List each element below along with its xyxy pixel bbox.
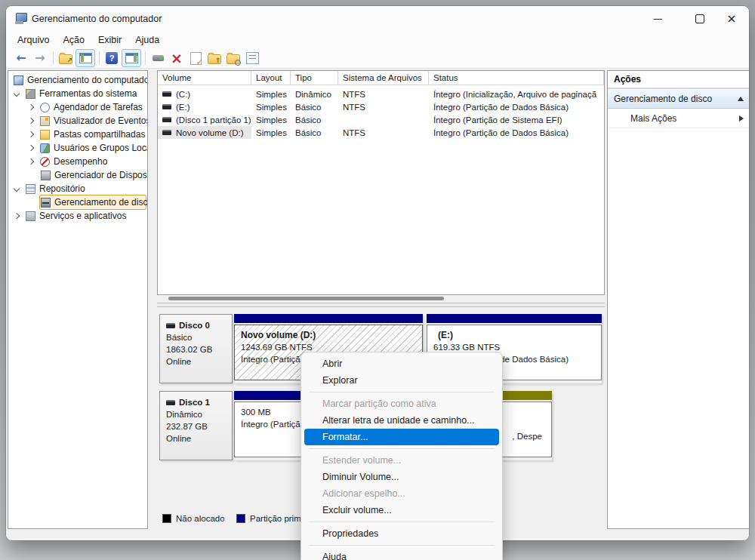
partition-title: Novo volume (D:) <box>241 329 422 341</box>
chevron-down-icon[interactable] <box>14 91 20 97</box>
delete-icon: × <box>171 51 183 66</box>
chevron-right-icon[interactable] <box>28 131 34 137</box>
tree-item-label: Ferramentas do sistema <box>39 88 137 99</box>
column-header-status[interactable]: Status <box>429 71 604 85</box>
menu-item-abrir[interactable]: Abrir <box>301 355 502 372</box>
properties-check-icon <box>190 52 202 65</box>
tools-icon <box>26 89 35 99</box>
menu-item-diminuir-volume[interactable]: Diminuir Volume... <box>301 469 502 485</box>
show-action-pane-button[interactable] <box>122 49 141 67</box>
delete-button[interactable]: × <box>168 50 186 66</box>
cell-volume: Novo volume (D:) <box>176 128 243 137</box>
toolbar-separator <box>145 51 146 65</box>
column-header-sistema-de-arquivos[interactable]: Sistema de Arquivos <box>338 71 429 85</box>
menu-bar: Arquivo Ação Exibir Ajuda <box>6 32 749 48</box>
maximize-button[interactable] <box>683 6 717 32</box>
column-header-tipo[interactable]: Tipo <box>291 71 338 85</box>
cell-tipo: Dinâmico <box>291 88 338 100</box>
chevron-right-icon[interactable] <box>14 213 20 219</box>
disk1-label-panel[interactable]: Disco 1 Dinâmico 232.87 GB Online <box>159 391 233 460</box>
collapse-up-icon[interactable] <box>738 97 744 101</box>
unallocated-color-swatch <box>162 514 171 523</box>
tree-item-device-manager[interactable]: Gerenciador de Dispositivos <box>8 168 147 182</box>
tree-item-local-users-groups[interactable]: Usuários e Grupos Locais <box>8 141 147 155</box>
performance-icon <box>40 157 50 167</box>
minimize-button[interactable] <box>640 6 675 32</box>
menu-arquivo[interactable]: Arquivo <box>11 33 56 47</box>
folder-up-button[interactable]: ↑ <box>205 50 223 66</box>
tree-item-shared-folders[interactable]: Pastas compartilhadas <box>8 128 147 141</box>
help-icon: ? <box>106 52 118 64</box>
column-header-layout[interactable]: Layout <box>251 71 291 85</box>
menu-item-formatar[interactable]: Formatar... <box>304 429 499 445</box>
table-row[interactable]: (C:) Simples Dinâmico NTFS Íntegro (Inic… <box>158 88 604 100</box>
maximize-icon <box>695 14 704 23</box>
primary-partition-color-swatch <box>236 514 245 523</box>
actions-more-actions[interactable]: Mais Ações <box>608 109 749 128</box>
tree-item-event-viewer[interactable]: Visualizador de Eventos <box>8 114 147 128</box>
tree-item-computer-management-root[interactable]: Gerenciamento do computador <box>8 73 147 87</box>
cell-volume: (Disco 1 partição 1) <box>176 115 251 125</box>
close-button[interactable]: × <box>714 6 749 32</box>
shared-folder-icon <box>40 130 50 140</box>
volume-table-header: Volume Layout Tipo Sistema de Arquivos S… <box>158 71 604 85</box>
tree-item-label: Agendador de Tarefas <box>54 102 143 112</box>
help-button[interactable]: ? <box>103 50 121 66</box>
tree-item-services-applications[interactable]: Serviços e aplicativos <box>8 209 147 223</box>
tree-item-label: Gerenciamento de disco <box>54 197 148 208</box>
export-folder-button[interactable]: ↗ <box>57 50 75 66</box>
chevron-right-icon[interactable] <box>28 118 34 124</box>
actions-pane: Ações Gerenciamento de disco Mais Ações <box>607 70 749 529</box>
folder-search-button[interactable] <box>224 50 242 66</box>
chevron-right-icon[interactable] <box>28 158 34 165</box>
menu-acao[interactable]: Ação <box>56 33 91 47</box>
cell-layout: Simples <box>251 100 291 113</box>
export-folder-icon: ↗ <box>59 54 72 64</box>
table-row[interactable]: Novo volume (D:) Simples Básico NTFS Ínt… <box>158 126 604 139</box>
back-button[interactable]: ← <box>12 50 30 66</box>
menu-item-alterar-letra-de-unidade[interactable]: Alterar letra de unidade e caminho... <box>301 412 502 429</box>
menu-exibir[interactable]: Exibir <box>91 33 128 47</box>
legend-label: Não alocado <box>176 514 225 523</box>
tree-item-task-scheduler[interactable]: Agendador de Tarefas <box>8 100 147 114</box>
column-header-volume[interactable]: Volume <box>158 71 251 85</box>
menu-item-ajuda[interactable]: Ajuda <box>301 549 502 560</box>
disk-state: Online <box>166 432 226 445</box>
actions-group-disk-management[interactable]: Gerenciamento de disco <box>608 88 749 109</box>
partition-title: (E:) <box>433 329 601 341</box>
tree-item-label: Usuários e Grupos Locais <box>54 143 148 153</box>
menu-item-explorar[interactable]: Explorar <box>301 372 502 389</box>
cell-fs: NTFS <box>338 100 429 113</box>
menu-item-excluir-volume[interactable]: Excluir volume... <box>301 502 502 518</box>
tree-item-performance[interactable]: Desempenho <box>8 155 147 168</box>
table-row[interactable]: (Disco 1 partição 1) Simples Básico Ínte… <box>158 113 604 126</box>
disk-kind: Básico <box>166 331 226 343</box>
actions-pane-title: Ações <box>608 71 749 88</box>
tree-item-label: Visualizador de Eventos <box>54 115 148 126</box>
tree-item-storage[interactable]: Repositório <box>8 182 147 195</box>
menu-item-propriedades[interactable]: Propriedades <box>301 525 502 542</box>
computer-icon <box>14 75 23 85</box>
horizontal-scrollbar-thumb[interactable] <box>168 297 444 300</box>
remote-computer-icon <box>153 55 164 61</box>
tree-item-disk-management[interactable]: Gerenciamento de disco <box>8 195 147 209</box>
table-row[interactable]: (E:) Simples Básico NTFS Íntegro (Partiç… <box>158 100 604 113</box>
properties-check-button[interactable] <box>186 50 205 66</box>
volume-icon <box>162 117 171 122</box>
primary-partition-color-bar <box>234 314 423 323</box>
menu-item-adicionar-espelho: Adicionar espelho... <box>301 485 502 502</box>
show-console-tree-button[interactable] <box>76 49 95 67</box>
remote-computer-button[interactable] <box>149 50 167 66</box>
chevron-right-icon[interactable] <box>28 145 34 151</box>
chevron-right-icon[interactable] <box>28 104 34 110</box>
computer-management-icon <box>15 13 27 25</box>
chevron-down-icon[interactable] <box>14 186 20 192</box>
menu-ajuda[interactable]: Ajuda <box>128 33 166 47</box>
task-list-button[interactable] <box>243 50 261 66</box>
more-actions-label: Mais Ações <box>630 113 676 124</box>
disk0-label-panel[interactable]: Disco 0 Básico 1863.02 GB Online <box>159 314 233 383</box>
forward-button[interactable]: → <box>31 50 49 66</box>
legend-unallocated: Não alocado <box>162 514 225 523</box>
tree-item-system-tools[interactable]: Ferramentas do sistema <box>8 87 147 100</box>
title-bar[interactable]: Gerenciamento do computador × <box>6 6 749 32</box>
